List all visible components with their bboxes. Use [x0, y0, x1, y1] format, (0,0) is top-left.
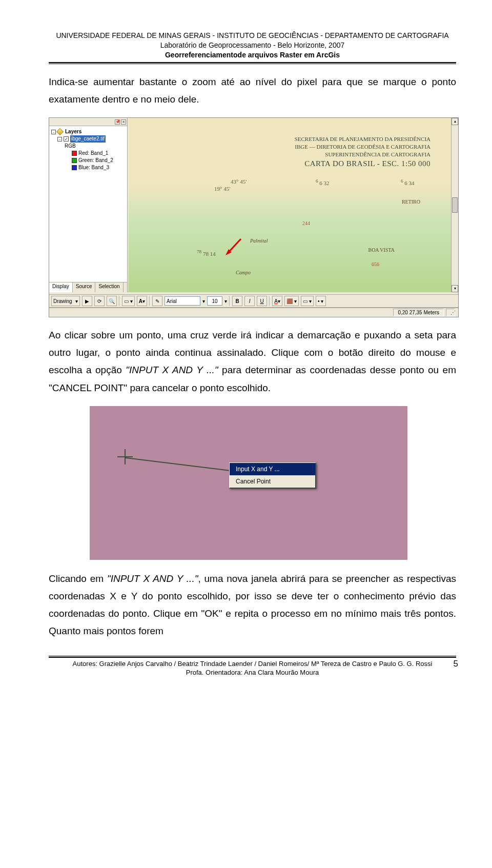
toc-tabs: Display Source Selection	[49, 282, 127, 292]
rotate-tool-icon[interactable]: ⟳	[94, 296, 105, 306]
select-tool-icon[interactable]: ▶	[82, 296, 92, 306]
status-coords: 0,20 27,35 Meters	[393, 309, 444, 316]
toc-layer-name[interactable]: ibge_caete2.tif	[70, 135, 106, 143]
map-title-line-3: SUPERINTENDÊNCIA DE CARTOGRAFIA	[295, 151, 430, 158]
bold-label: B	[235, 298, 239, 304]
toc-tree: - Layers - ✓ ibge_caete2.tif RGB Red	[49, 126, 127, 282]
bold-button[interactable]: B	[232, 296, 242, 306]
annotation-arrow-icon	[223, 237, 244, 257]
paragraph-3: Clicando em "INPUT X AND Y ...", uma nov…	[49, 570, 456, 640]
georef-crosshair-icon	[117, 449, 133, 465]
map-vertical-scrollbar[interactable]: ▴ ▾	[451, 118, 458, 292]
document-header: UNIVERSIDADE FEDERAL DE MINAS GERAIS - I…	[49, 31, 456, 60]
toc-tab-source[interactable]: Source	[73, 282, 96, 292]
size-dropdown-icon[interactable]: ▾	[224, 298, 227, 304]
footer-authors: Autores: Grazielle Anjos Carvalho / Beat…	[49, 659, 456, 669]
toc-pin-icon[interactable]: 📌	[115, 119, 120, 125]
status-resize-grip-icon[interactable]: ⋰	[446, 309, 455, 316]
map-label-campo: Campo	[236, 270, 251, 275]
font-color-button[interactable]: A ▾	[272, 296, 282, 306]
figure-context-menu: Input X and Y ... Cancel Point	[90, 406, 407, 560]
italic-label: I	[249, 298, 251, 304]
map-title-line-2: IBGE — DIRETORIA DE GEODÉSIA E CARTOGRAF…	[295, 143, 430, 151]
underline-label: U	[260, 298, 263, 304]
paragraph-3a: Clicando em	[49, 573, 107, 584]
header-line-1: UNIVERSIDADE FEDERAL DE MINAS GERAIS - I…	[49, 31, 456, 41]
coord-e2: 6 6 34	[401, 178, 415, 186]
map-elev-244: 244	[302, 220, 310, 226]
rect-tool-icon[interactable]: ▭ ▾	[122, 296, 135, 306]
zoom-tool-icon[interactable]: 🔍	[107, 296, 117, 306]
coord-n1: 78 78 14	[197, 249, 216, 257]
italic-button[interactable]: I	[244, 296, 255, 306]
footer-advisor: Profa. Orientadora: Ana Clara Mourão Mou…	[49, 668, 456, 677]
coord-n1-val: 78 14	[203, 251, 216, 257]
footer-rule-thick	[49, 657, 456, 658]
toc-tab-selection[interactable]: Selection	[95, 282, 123, 292]
coord-e2-val: 6 34	[404, 180, 414, 186]
map-canvas[interactable]: SECRETARIA DE PLANEJAMENTO DA PRESIDÊNCI…	[128, 118, 451, 292]
edit-tool-icon[interactable]: ✎	[152, 296, 162, 306]
underline-button[interactable]: U	[257, 296, 267, 306]
map-label-retiro: RETIRO	[402, 199, 420, 205]
georef-leader-line	[126, 457, 231, 471]
fill-color-button[interactable]: 🟫 ▾	[284, 296, 299, 306]
coord-e1: 6 6 32	[316, 178, 330, 186]
map-title-block: SECRETARIA DE PLANEJAMENTO DA PRESIDÊNCI…	[295, 135, 430, 169]
toc-close-icon[interactable]: ×	[121, 119, 126, 125]
drawing-menu[interactable]: Drawing ▾	[51, 296, 80, 306]
toolbar-separator	[269, 296, 270, 306]
menu-item-input-xy[interactable]: Input X and Y ...	[230, 463, 315, 475]
font-dropdown-icon[interactable]: ▾	[202, 298, 205, 304]
drawing-toolbar: Drawing ▾ ▶ ⟳ 🔍 ▭ ▾ A ▾ ✎ Arial ▾ 10 ▾ B…	[49, 294, 458, 308]
layers-icon	[56, 128, 64, 135]
paragraph-3-italic: "INPUT X AND Y ..."	[107, 573, 198, 584]
font-color-label: A	[274, 298, 278, 304]
scroll-thumb[interactable]	[452, 197, 458, 213]
text-tool-icon[interactable]: A ▾	[137, 296, 147, 306]
font-size-value: 10	[212, 298, 217, 304]
toc-tab-display[interactable]: Display	[49, 282, 73, 292]
map-elev-656: 656	[372, 261, 379, 267]
arcmap-map-view[interactable]: SECRETARIA DE PLANEJAMENTO DA PRESIDÊNCI…	[128, 118, 458, 292]
coord-e1-val: 6 32	[319, 180, 329, 186]
paragraph-2-italic: "INPUT X AND Y ..."	[126, 365, 218, 375]
paragraph-1: Indica-se aumentar bastante o zoom até a…	[49, 73, 456, 108]
arcmap-toc: 📌 × - Layers - ✓ ibge_caete2.tif	[49, 118, 128, 292]
font-name: Arial	[167, 298, 177, 304]
map-label-palmital: Palmital	[250, 238, 268, 244]
band-swatch-green	[72, 158, 77, 163]
scroll-down-icon[interactable]: ▾	[452, 285, 458, 292]
toc-root-label[interactable]: Layers	[65, 128, 81, 135]
coord-lon: 43° 45'	[231, 178, 247, 185]
drawing-label: Drawing	[53, 298, 72, 304]
font-size-input[interactable]: 10	[207, 296, 222, 306]
tree-collapse-icon[interactable]: -	[51, 130, 56, 134]
font-select[interactable]: Arial	[165, 296, 200, 306]
footer-rule-thin	[49, 656, 456, 656]
map-title-big: CARTA DO BRASIL - ESC. 1:50 000	[295, 158, 430, 169]
toc-composite-label: RGB	[65, 143, 76, 150]
header-line-2: Laboratório de Geoprocessamento - Belo H…	[49, 41, 456, 50]
layer-checkbox[interactable]: ✓	[64, 136, 69, 142]
map-label-boavista: BOA VISTA	[368, 247, 395, 253]
tree-collapse-icon[interactable]: -	[57, 137, 62, 142]
figure-arcmap: 📌 × - Layers - ✓ ibge_caete2.tif	[49, 117, 459, 317]
toc-band-3: Blue: Band_3	[78, 164, 109, 171]
toc-band-2: Green: Band_2	[78, 157, 113, 164]
map-title-line-1: SECRETARIA DE PLANEJAMENTO DA PRESIDÊNCI…	[295, 135, 430, 143]
toc-band-1: Red: Band_1	[78, 150, 108, 157]
toolbar-separator	[149, 296, 150, 306]
band-swatch-red	[72, 151, 77, 156]
dropdown-icon: ▾	[75, 298, 78, 304]
scroll-up-icon[interactable]: ▴	[452, 118, 458, 125]
toolbar-separator	[229, 296, 230, 306]
header-rule-thick	[49, 62, 456, 63]
header-line-3: Georreferenciamentode arquivos Raster em…	[49, 50, 456, 60]
band-swatch-blue	[72, 165, 77, 170]
menu-item-cancel-point[interactable]: Cancel Point	[230, 475, 315, 488]
paragraph-2: Ao clicar sobre um ponto, uma cruz verde…	[49, 327, 456, 397]
marker-button[interactable]: • ▾	[316, 296, 326, 306]
line-color-button[interactable]: ▭ ▾	[301, 296, 314, 306]
toolbar-separator	[119, 296, 120, 306]
